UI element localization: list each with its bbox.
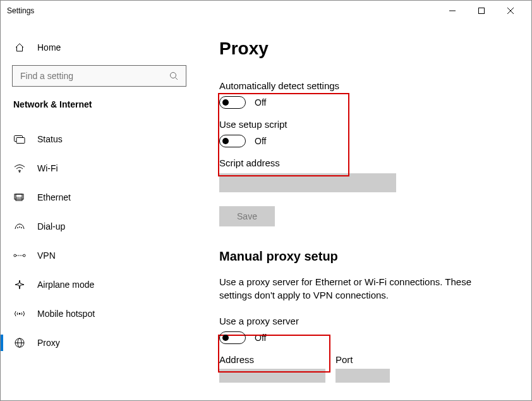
sidebar-item-proxy[interactable]: Proxy bbox=[1, 328, 196, 357]
wifi-icon bbox=[13, 164, 26, 173]
sidebar-item-status[interactable]: Status bbox=[1, 125, 196, 154]
save-button[interactable]: Save bbox=[219, 206, 275, 226]
script-address-input[interactable] bbox=[219, 173, 396, 192]
home-icon bbox=[13, 42, 26, 52]
close-icon bbox=[507, 8, 514, 14]
svg-point-4 bbox=[171, 73, 176, 78]
save-label: Save bbox=[237, 211, 257, 221]
svg-rect-7 bbox=[16, 138, 25, 144]
proxy-icon bbox=[13, 338, 26, 348]
home-label: Home bbox=[37, 42, 61, 52]
sidebar-item-label: Mobile hotspot bbox=[37, 309, 95, 319]
search-field[interactable] bbox=[19, 70, 168, 82]
vpn-icon bbox=[13, 251, 26, 260]
auto-detect-label: Automatically detect settings bbox=[219, 80, 509, 91]
svg-point-8 bbox=[19, 171, 20, 173]
content: Proxy Automatically detect settings Off … bbox=[196, 21, 531, 400]
address-input[interactable] bbox=[219, 369, 325, 383]
search-icon bbox=[168, 71, 179, 80]
sidebar-item-label: Ethernet bbox=[37, 192, 71, 202]
sidebar-item-airplane[interactable]: Airplane mode bbox=[1, 270, 196, 299]
minimize-icon bbox=[449, 8, 456, 14]
use-script-state: Off bbox=[255, 136, 266, 146]
sidebar-item-vpn[interactable]: VPN bbox=[1, 241, 196, 270]
svg-point-15 bbox=[20, 227, 20, 228]
home-link[interactable]: Home bbox=[1, 36, 196, 59]
sidebar-item-label: Airplane mode bbox=[37, 280, 94, 290]
sidebar-item-wifi[interactable]: Wi-Fi bbox=[1, 154, 196, 183]
minimize-button[interactable] bbox=[438, 1, 467, 21]
use-proxy-toggle[interactable] bbox=[219, 331, 246, 344]
ethernet-icon bbox=[13, 193, 26, 202]
hotspot-icon bbox=[13, 309, 26, 318]
sidebar-item-label: Dial-up bbox=[37, 221, 65, 231]
svg-point-20 bbox=[19, 313, 20, 314]
use-proxy-state: Off bbox=[255, 333, 266, 343]
maximize-button[interactable] bbox=[467, 1, 496, 21]
section-title: Network & Internet bbox=[1, 97, 196, 125]
use-proxy-label: Use a proxy server bbox=[219, 316, 509, 326]
auto-detect-toggle[interactable] bbox=[219, 96, 246, 109]
use-script-toggle[interactable] bbox=[219, 135, 246, 147]
sidebar-item-label: VPN bbox=[37, 250, 56, 261]
svg-line-5 bbox=[176, 78, 178, 80]
sidebar-item-ethernet[interactable]: Ethernet bbox=[1, 183, 196, 212]
sidebar-item-dialup[interactable]: Dial-up bbox=[1, 212, 196, 241]
sidebar-item-label: Status bbox=[37, 134, 63, 144]
port-label: Port bbox=[336, 354, 390, 365]
close-button[interactable] bbox=[496, 1, 525, 21]
sidebar: Home Network & Internet Status bbox=[1, 21, 196, 400]
status-icon bbox=[13, 135, 26, 144]
svg-rect-1 bbox=[479, 8, 485, 13]
airplane-icon bbox=[13, 280, 26, 290]
port-input[interactable] bbox=[336, 369, 390, 383]
svg-point-17 bbox=[14, 254, 16, 257]
sidebar-item-hotspot[interactable]: Mobile hotspot bbox=[1, 299, 196, 328]
dialup-icon bbox=[13, 222, 26, 231]
use-script-label: Use setup script bbox=[219, 119, 509, 130]
search-input[interactable] bbox=[12, 65, 186, 87]
manual-heading: Manual proxy setup bbox=[219, 249, 509, 264]
titlebar: Settings bbox=[1, 1, 531, 21]
maximize-icon bbox=[478, 8, 485, 14]
window-title: Settings bbox=[7, 6, 438, 15]
manual-description: Use a proxy server for Ethernet or Wi-Fi… bbox=[219, 275, 497, 302]
sidebar-item-label: Proxy bbox=[37, 338, 60, 348]
address-label: Address bbox=[219, 354, 325, 365]
svg-point-18 bbox=[23, 254, 25, 257]
sidebar-item-label: Wi-Fi bbox=[37, 163, 58, 173]
svg-point-14 bbox=[18, 228, 18, 228]
page-title: Proxy bbox=[219, 39, 509, 59]
auto-detect-state: Off bbox=[255, 97, 266, 108]
svg-point-16 bbox=[21, 228, 22, 228]
script-address-label: Script address bbox=[219, 157, 509, 168]
